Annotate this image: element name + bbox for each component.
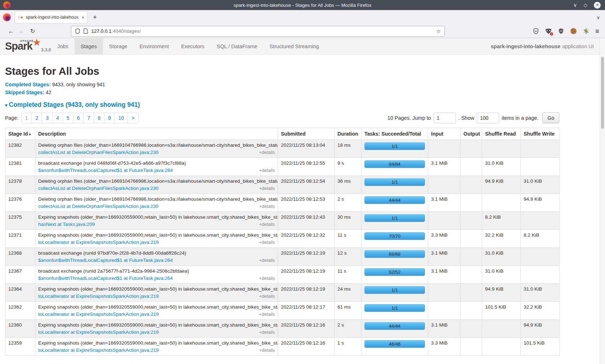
column-header-tasks-succeeded-total[interactable]: Tasks: Succeeded/Total	[362, 128, 428, 140]
cell-output	[461, 338, 482, 356]
stage-detail-link[interactable]: toLocalIterator at ExpireSnapshotsSparkA…	[38, 311, 159, 317]
page-button-1[interactable]: 1	[21, 113, 32, 123]
shield-check-icon[interactable]	[532, 28, 539, 35]
stage-detail-link[interactable]: collectAsList at DeleteOrphanFilesSparkA…	[38, 204, 158, 209]
page-button-9[interactable]: 9	[104, 113, 115, 123]
tasks-progress-bar: 1/1	[364, 304, 425, 312]
details-toggle[interactable]: +details	[259, 222, 275, 227]
nav-tab-storage[interactable]: Storage	[103, 38, 134, 54]
stage-row-12364: 12364Expiring snapshots (older_than=1669…	[5, 284, 560, 302]
stage-detail-link[interactable]: hasNext at Tasks.java:209	[38, 222, 95, 227]
stage-detail-link[interactable]: toLocalIterator at ExpireSnapshotsSparkA…	[38, 329, 159, 335]
shield-icon[interactable]	[75, 28, 80, 34]
cell-stage-id: 12382	[5, 140, 35, 158]
details-toggle[interactable]: +details	[259, 240, 275, 245]
mask-extension-icon[interactable]: x	[545, 28, 552, 35]
window-titlebar: spark-ingest-into-lakehouse - Stages for…	[0, 0, 605, 10]
nav-tab-executors[interactable]: Executors	[175, 38, 210, 54]
stage-detail-link[interactable]: $anonfun$withThreadLocalCaptured$1 at Fu…	[38, 168, 173, 173]
completed-stages-section-toggle[interactable]: ▾Completed Stages (9433, only showing 94…	[5, 101, 595, 109]
url-bar[interactable]: 127.0.0.1:4040/stages/ ☆	[71, 26, 445, 37]
stage-detail-link[interactable]: $anonfun$withThreadLocalCaptured$1 at Fu…	[38, 276, 173, 281]
cell-shuffle-read	[482, 140, 521, 158]
bookmark-star-icon[interactable]: ☆	[436, 28, 441, 35]
asterisk-extension-icon[interactable]	[583, 28, 590, 35]
tab-bar: s★ spark-ingest-into-lakehous × + ∨	[0, 10, 605, 24]
ublock-shield-icon[interactable]: uO	[557, 28, 565, 35]
page-info-icon[interactable]	[84, 28, 88, 34]
details-toggle[interactable]: +details	[259, 168, 275, 173]
details-toggle[interactable]: +details	[259, 258, 275, 263]
nav-tab-sql-dataframe[interactable]: SQL / DataFrame	[210, 38, 263, 54]
pagination-row: Page: 12345678910> 10 Pages. Jump to . S…	[5, 112, 559, 123]
page-button-2[interactable]: 2	[31, 113, 42, 123]
stage-description-text: broadcast exchange (runId 2a75677f-a771-…	[38, 268, 275, 274]
mask-badge: x	[550, 32, 553, 36]
cookie-extension-icon[interactable]	[570, 28, 577, 35]
page-button-8[interactable]: 8	[94, 113, 104, 123]
items-per-page-input[interactable]	[477, 113, 499, 123]
details-toggle[interactable]: +details	[259, 186, 275, 191]
svg-text:uO: uO	[560, 30, 563, 32]
column-header-duration[interactable]: Duration	[335, 128, 362, 140]
column-header-stage-id[interactable]: Stage Id▾	[5, 128, 35, 140]
page-next-button[interactable]: >	[127, 113, 138, 123]
details-toggle[interactable]: +details	[259, 150, 275, 155]
page-button-3[interactable]: 3	[42, 113, 53, 123]
column-header-input[interactable]: Input	[428, 128, 461, 140]
firefox-view-icon[interactable]	[3, 13, 11, 21]
page-button-4[interactable]: 4	[52, 113, 63, 123]
browser-tab[interactable]: s★ spark-ingest-into-lakehous ×	[15, 12, 87, 23]
details-toggle[interactable]: +details	[259, 276, 275, 281]
cell-submitted: 2022/11/25 08:12:53	[278, 194, 335, 212]
cell-duration: 36 ms	[335, 176, 362, 194]
column-header-submitted[interactable]: Submitted	[278, 128, 335, 140]
stage-description-links: $anonfun$withThreadLocalCaptured$1 at Fu…	[38, 276, 275, 281]
new-tab-button[interactable]: +	[93, 13, 97, 21]
column-header-description[interactable]: Description	[35, 128, 278, 140]
nav-tab-structured-streaming[interactable]: Structured Streaming	[264, 38, 325, 54]
details-toggle[interactable]: +details	[259, 204, 275, 209]
details-toggle[interactable]: +details	[259, 330, 275, 335]
page-button-7[interactable]: 7	[83, 113, 94, 123]
stage-detail-link[interactable]: $anonfun$withThreadLocalCaptured$1 at Fu…	[38, 258, 173, 263]
url-toolbar: ← → ↻ 127.0.0.1:4040/stages/ ☆ x uO ≡	[0, 24, 605, 38]
page-button-6[interactable]: 6	[73, 113, 84, 123]
jump-to-page-input[interactable]	[434, 113, 456, 123]
back-button[interactable]: ←	[8, 28, 14, 35]
cell-duration: 2 s	[335, 194, 362, 212]
column-header-shuffle-read[interactable]: Shuffle Read	[482, 128, 521, 140]
stage-detail-link[interactable]: toLocalIterator at ExpireSnapshotsSparkA…	[38, 347, 159, 353]
cell-output	[461, 284, 482, 302]
cell-input	[428, 140, 461, 158]
cell-tasks: 1/1	[362, 140, 428, 158]
nav-tab-stages[interactable]: Stages	[75, 38, 103, 54]
completed-stages-value: 9433, only showing 941	[52, 82, 105, 87]
go-button[interactable]: Go	[542, 112, 559, 123]
cell-shuffle-read: 101.5 KiB	[482, 302, 521, 320]
stage-detail-link[interactable]: toLocalIterator at ExpireSnapshotsSparkA…	[38, 240, 159, 245]
page-button-5[interactable]: 5	[63, 113, 73, 123]
nav-tab-environment[interactable]: Environment	[134, 38, 175, 54]
stage-detail-link[interactable]: collectAsList at DeleteOrphanFilesSparkA…	[38, 186, 158, 191]
stage-detail-link[interactable]: collectAsList at DeleteOrphanFilesSparkA…	[38, 150, 158, 155]
vertical-scrollbar[interactable]	[600, 38, 605, 364]
stage-detail-link[interactable]: toLocalIterator at ExpireSnapshotsSparkA…	[38, 294, 159, 299]
stage-row-12368: 12368broadcast exchange (runId 97bdf70e-…	[5, 248, 560, 266]
spark-logo[interactable]: APACHE Spark ★ 3.3.0	[5, 38, 51, 54]
details-toggle[interactable]: +details	[259, 312, 275, 317]
column-header-shuffle-write[interactable]: Shuffle Write	[521, 128, 560, 140]
details-toggle[interactable]: +details	[259, 294, 275, 299]
scrollbar-thumb[interactable]	[601, 57, 604, 129]
cell-stage-id: 12375	[5, 212, 35, 230]
column-header-output[interactable]: Output	[461, 128, 482, 140]
stage-description-links: toLocalIterator at ExpireSnapshotsSparkA…	[38, 347, 275, 353]
menu-icon[interactable]: ≡	[595, 27, 599, 35]
tab-close-icon[interactable]: ×	[81, 15, 84, 20]
tab-overflow-icon[interactable]: ∨	[596, 15, 600, 20]
details-toggle[interactable]: +details	[259, 348, 275, 353]
page-button-10[interactable]: 10	[115, 113, 128, 123]
nav-tab-jobs[interactable]: Jobs	[51, 38, 75, 54]
reload-button[interactable]: ↻	[30, 28, 35, 35]
forward-button[interactable]: →	[18, 28, 24, 35]
